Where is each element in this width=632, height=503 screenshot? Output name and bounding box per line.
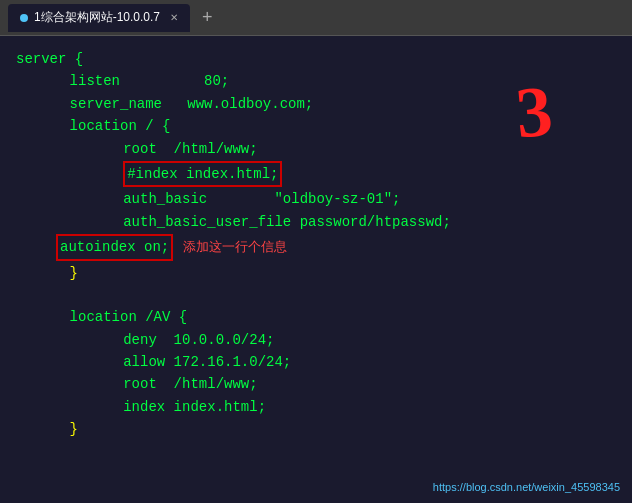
code-area: 3 server { listen 80; server_name www.ol… xyxy=(0,36,632,503)
code-line-server: server { xyxy=(16,48,616,70)
code-line-auth-basic: auth_basic "oldboy-sz-01"; xyxy=(16,188,616,210)
code-line-empty xyxy=(16,284,616,306)
code-line-index-av: index index.html; xyxy=(16,396,616,418)
code-line-root: root /html/www; xyxy=(16,138,616,160)
code-line-allow: allow 172.16.1.0/24; xyxy=(16,351,616,373)
active-tab[interactable]: 1综合架构网站-10.0.0.7 ✕ xyxy=(8,4,190,32)
footer-url: https://blog.csdn.net/weixin_45598345 xyxy=(433,479,620,497)
code-line-location-av: location /AV { xyxy=(16,306,616,328)
code-line-index-comment: #index index.html; xyxy=(16,160,616,188)
code-line-server-name: server_name www.oldboy.com; xyxy=(16,93,616,115)
code-line-brace-last: } xyxy=(16,418,616,440)
code-line-location-root: location / { xyxy=(16,115,616,137)
code-line-auth-basic-user-file: auth_basic_user_file password/htpasswd; xyxy=(16,211,616,233)
code-line-autoindex: autoindex on; 添加这一行个信息 xyxy=(16,233,616,261)
code-line-root-av: root /html/www; xyxy=(16,373,616,395)
tab-close-button[interactable]: ✕ xyxy=(170,12,178,23)
highlight-index: #index index.html; xyxy=(123,161,282,187)
highlight-autoindex: autoindex on; xyxy=(56,234,173,260)
tab-indicator xyxy=(20,14,28,22)
annotation-add-line: 添加这一行个信息 xyxy=(183,237,287,258)
browser-chrome: 1综合架构网站-10.0.0.7 ✕ + xyxy=(0,0,632,36)
tab-label: 1综合架构网站-10.0.0.7 xyxy=(34,9,160,26)
code-line-deny: deny 10.0.0.0/24; xyxy=(16,329,616,351)
closing-brace-last: } xyxy=(70,421,78,437)
code-line-listen: listen 80; xyxy=(16,70,616,92)
code-line-brace-1: } xyxy=(16,262,616,284)
new-tab-button[interactable]: + xyxy=(194,7,221,28)
tab-bar: 1综合架构网站-10.0.0.7 ✕ + xyxy=(8,4,624,32)
closing-brace-1: } xyxy=(70,265,78,281)
